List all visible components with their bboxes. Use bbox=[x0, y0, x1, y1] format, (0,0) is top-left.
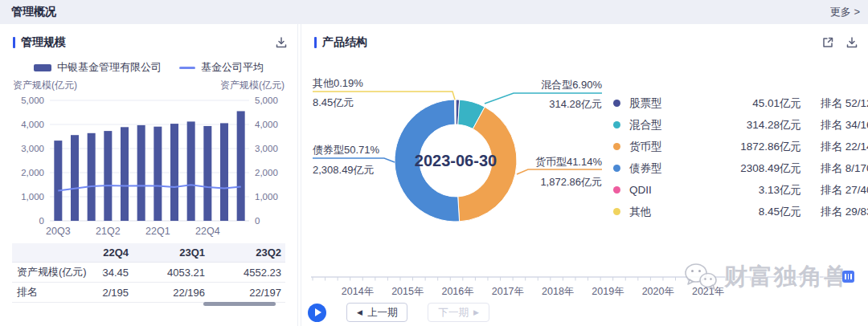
legend-name: 其他 bbox=[629, 205, 706, 219]
svg-text:0: 0 bbox=[39, 216, 44, 226]
callout-label: 其他0.19% bbox=[313, 77, 363, 89]
table-scrollbar-thumb[interactable] bbox=[203, 302, 276, 306]
bar-23Q1[interactable] bbox=[220, 123, 228, 221]
donut-chart: 2023-06-30其他0.19%8.45亿元混合型6.90%314.28亿元债… bbox=[306, 72, 612, 237]
next-period-button[interactable]: 下一期 ▶ bbox=[428, 303, 489, 322]
legend-item-average[interactable]: 基金公司平均 bbox=[179, 60, 264, 75]
table-header-row: 22Q423Q123Q2 bbox=[12, 243, 285, 263]
product-legend: 股票型45.01亿元排名 52/126混合型314.28亿元排名 34/168货… bbox=[613, 92, 868, 222]
legend-name: 股票型 bbox=[629, 96, 706, 111]
legend-rank: 排名 29/83 bbox=[821, 205, 868, 219]
callout-label: 货币型41.14% bbox=[535, 156, 603, 168]
bar-22Q4[interactable] bbox=[203, 126, 211, 221]
svg-text:2,000: 2,000 bbox=[255, 168, 278, 177]
timeline: 2014年2015年2016年2017年2018年2019年2020年2021年 bbox=[311, 266, 868, 301]
x-tick-label: 21Q2 bbox=[96, 226, 121, 237]
callout-label: 混合型6.90% bbox=[541, 79, 602, 91]
bar-22Q2[interactable] bbox=[170, 124, 178, 221]
timeline-year-label: 2018年 bbox=[542, 286, 574, 297]
x-tick-label: 20Q3 bbox=[46, 226, 71, 237]
timeline-year-label: 2019年 bbox=[592, 286, 624, 297]
next-period-label: 下一期 bbox=[438, 306, 469, 320]
timeline-controls: ◀ 上一期 下一期 ▶ bbox=[308, 303, 489, 322]
callout-leader-line bbox=[517, 169, 602, 174]
table-cell: 22/197 bbox=[213, 283, 285, 302]
timeline-year-label: 2021年 bbox=[692, 286, 724, 297]
bar-20Q3[interactable] bbox=[54, 141, 62, 221]
row-label: 排名 bbox=[12, 283, 102, 302]
svg-text:1,000: 1,000 bbox=[21, 192, 44, 202]
line-swatch bbox=[179, 67, 195, 69]
donut-center-date: 2023-06-30 bbox=[415, 152, 497, 169]
product-legend-row[interactable]: 混合型314.28亿元排名 34/168 bbox=[613, 114, 868, 136]
x-tick-label: 22Q4 bbox=[195, 226, 220, 237]
table-cell: 22/195 bbox=[102, 283, 137, 302]
table-cell: 4053.21 bbox=[137, 263, 213, 282]
legend-value: 314.28亿元 bbox=[706, 118, 801, 132]
legend-label: 中银基金管理有限公司 bbox=[57, 60, 162, 75]
play-button[interactable] bbox=[308, 304, 326, 322]
legend-label: 基金公司平均 bbox=[201, 60, 264, 75]
bar-22Q1[interactable] bbox=[154, 127, 162, 221]
bar-23Q2[interactable] bbox=[237, 111, 245, 221]
svg-text:0: 0 bbox=[255, 216, 260, 226]
timeline-year-label: 2020年 bbox=[642, 286, 674, 297]
callout-value: 8.45亿元 bbox=[313, 96, 354, 108]
legend-dot bbox=[613, 143, 620, 150]
svg-text:1,000: 1,000 bbox=[255, 192, 278, 202]
download-icon[interactable] bbox=[845, 36, 858, 49]
download-icon[interactable] bbox=[275, 36, 288, 49]
svg-text:4,000: 4,000 bbox=[255, 120, 278, 129]
chart-legend: 中银基金管理有限公司 基金公司平均 bbox=[0, 59, 297, 75]
row-label: 资产规模(亿元) bbox=[12, 263, 102, 282]
more-link[interactable]: 更多 > bbox=[830, 5, 860, 19]
average-line bbox=[58, 185, 240, 190]
scale-panel: 管理规模 中银基金管理有限公司 基金公司平均 资产规模(亿元) 资产规模( bbox=[0, 24, 298, 326]
callout-value: 314.28亿元 bbox=[549, 98, 602, 110]
bar-20Q4[interactable] bbox=[71, 135, 79, 221]
product-legend-row[interactable]: 股票型45.01亿元排名 52/126 bbox=[613, 92, 868, 114]
expand-icon[interactable] bbox=[821, 36, 834, 49]
bar-21Q4[interactable] bbox=[137, 125, 145, 221]
callout-value: 1,872.86亿元 bbox=[540, 176, 602, 188]
title-accent-bar bbox=[13, 37, 15, 48]
legend-dot bbox=[613, 121, 620, 128]
legend-item-company[interactable]: 中银基金管理有限公司 bbox=[34, 60, 162, 75]
svg-text:2,000: 2,000 bbox=[21, 168, 44, 177]
bar-21Q1[interactable] bbox=[88, 133, 96, 221]
table-viewport: 3934.454053.214552.23 bbox=[102, 263, 285, 282]
y-axis-name-left: 资产规模(亿元) bbox=[13, 79, 77, 92]
product-legend-row[interactable]: 其他8.45亿元排名 29/83 bbox=[613, 201, 868, 222]
callout-leader-line bbox=[313, 158, 395, 162]
callout-label: 债券型50.71% bbox=[313, 144, 380, 156]
product-legend-row[interactable]: 债券型2308.49亿元排名 8/170 bbox=[613, 157, 868, 179]
product-panel-title: 产品结构 bbox=[322, 35, 821, 50]
quarter-table: 22Q423Q123Q2资产规模(亿元)3934.454053.214552.2… bbox=[12, 243, 285, 303]
timeline-year-label: 2015年 bbox=[391, 286, 424, 297]
product-legend-row[interactable]: 货币型1872.86亿元排名 22/142 bbox=[613, 136, 868, 157]
legend-name: 货币型 bbox=[629, 140, 706, 154]
product-legend-row[interactable]: QDII3.13亿元排名 27/40 bbox=[613, 179, 868, 201]
table-cell: 3934.45 bbox=[102, 263, 137, 282]
svg-text:4,000: 4,000 bbox=[21, 120, 44, 129]
legend-dot bbox=[613, 165, 620, 172]
bar-21Q3[interactable] bbox=[121, 127, 129, 221]
donut-slice-其他[interactable] bbox=[455, 100, 456, 124]
title-accent-bar bbox=[314, 37, 317, 48]
prev-period-button[interactable]: ◀ 上一期 bbox=[346, 303, 407, 322]
bar-22Q3[interactable] bbox=[187, 121, 195, 221]
table-viewport: 22/19522/19622/197 bbox=[102, 283, 285, 302]
axis-names: 资产规模(亿元) 资产规模(亿元) bbox=[0, 75, 297, 92]
timeline-slider-handle[interactable] bbox=[842, 271, 854, 283]
y-axis-name-right: 资产规模(亿元) bbox=[220, 79, 285, 92]
bar-21Q2[interactable] bbox=[104, 131, 112, 221]
scale-panel-title: 管理规模 bbox=[21, 35, 275, 50]
legend-dot bbox=[613, 186, 620, 194]
table-row: 资产规模(亿元)3934.454053.214552.23 bbox=[12, 263, 285, 283]
svg-text:5,000: 5,000 bbox=[255, 96, 278, 105]
svg-text:3,000: 3,000 bbox=[255, 144, 278, 153]
left-arrow-icon: ◀ bbox=[357, 308, 362, 316]
legend-name: 债券型 bbox=[629, 161, 706, 176]
timeline-year-label: 2016年 bbox=[441, 286, 473, 297]
legend-value: 3.13亿元 bbox=[706, 183, 801, 198]
